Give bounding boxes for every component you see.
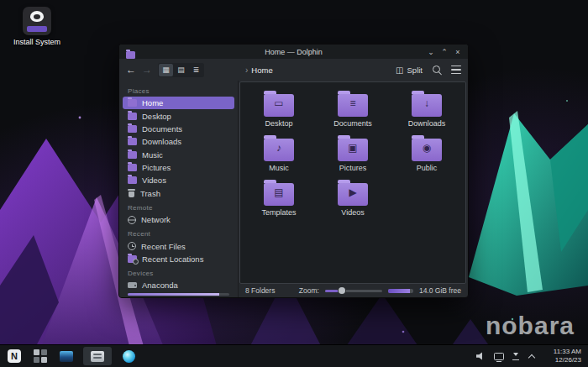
sidebar-item-recent-locations[interactable]: Recent Locations xyxy=(123,253,234,265)
trash-icon xyxy=(128,189,135,197)
browser-icon xyxy=(123,350,135,363)
compact-view-icon[interactable]: ▤ xyxy=(174,64,188,76)
app-launcher-button[interactable]: N xyxy=(5,347,24,365)
folder-icon: ▭ xyxy=(264,94,294,117)
folder-item-desktop[interactable]: ▭ Desktop xyxy=(242,90,316,128)
network-icon xyxy=(128,216,136,224)
system-tray xyxy=(476,352,535,361)
music-emblem-icon: ♪ xyxy=(264,143,294,153)
zoom-slider[interactable] xyxy=(325,290,382,292)
places-panel: Places Home Desktop Documents Downloads xyxy=(119,81,239,297)
sidebar-item-label: Documents xyxy=(142,124,182,134)
pager-widget[interactable] xyxy=(31,347,50,365)
taskbar: N 11:33 AM 12/26/23 xyxy=(0,344,588,367)
sidebar-item-label: Videos xyxy=(142,176,166,185)
sidebar-item-pictures[interactable]: Pictures xyxy=(123,161,234,174)
folder-label: Music xyxy=(242,164,316,172)
zoom-label: Zoom: xyxy=(299,286,319,295)
sidebar-item-desktop[interactable]: Desktop xyxy=(123,109,234,122)
folder-item-downloads[interactable]: ↓ Downloads xyxy=(390,90,464,128)
clock-icon xyxy=(128,242,136,250)
sidebar-item-label: Home xyxy=(142,98,163,107)
sidebar-item-label: Downloads xyxy=(142,137,181,146)
volume-icon[interactable] xyxy=(476,352,486,361)
view-mode-group: ▦ ▤ ≣ xyxy=(158,63,204,77)
updates-tray-icon[interactable] xyxy=(512,352,520,360)
icons-view-icon[interactable]: ▦ xyxy=(159,64,173,76)
hamburger-menu-icon[interactable] xyxy=(451,66,461,74)
back-icon[interactable]: ← xyxy=(126,65,136,75)
folder-view[interactable]: ▭ Desktop ≡ Documents ↓ Dow xyxy=(239,81,466,284)
downloads-emblem-icon: ↓ xyxy=(412,98,442,108)
installer-badge xyxy=(27,26,47,32)
zoom-slider-handle[interactable] xyxy=(339,287,345,294)
public-emblem-icon: ◉ xyxy=(412,143,442,153)
folder-clock-icon xyxy=(128,255,137,263)
search-icon[interactable] xyxy=(432,65,442,75)
sidebar-item-downloads[interactable]: Downloads xyxy=(123,135,234,148)
folder-icon: ◉ xyxy=(412,139,442,161)
toolbar-actions: ◫ Split xyxy=(396,65,463,75)
anaconda-logo-icon xyxy=(30,11,44,22)
section-header-recent: Recent xyxy=(119,226,238,239)
folder-icon xyxy=(128,99,137,107)
clock-date: 12/26/23 xyxy=(546,356,581,364)
sidebar-item-label: Network xyxy=(141,215,171,224)
folder-item-pictures[interactable]: ▣ Pictures xyxy=(316,134,390,172)
drive-icon xyxy=(128,282,137,288)
sidebar-item-root[interactable]: root xyxy=(123,297,234,298)
breadcrumb-chevron-icon: › xyxy=(245,66,248,75)
sidebar-item-trash[interactable]: Trash xyxy=(123,187,234,200)
section-header-devices: Devices xyxy=(119,265,238,279)
dolphin-task-button[interactable] xyxy=(83,347,112,365)
sidebar-item-recent-files[interactable]: Recent Files xyxy=(123,239,234,252)
sidebar-item-label: Recent Locations xyxy=(142,254,203,264)
sidebar-item-label: Recent Files xyxy=(141,242,186,251)
folder-item-public[interactable]: ◉ Public xyxy=(390,134,464,172)
sidebar-item-music[interactable]: Music xyxy=(123,149,234,161)
forward-icon[interactable]: → xyxy=(142,65,152,75)
titlebar[interactable]: Home — Dolphin ⌄ ⌃ × xyxy=(119,45,468,59)
details-view-icon[interactable]: ≣ xyxy=(189,64,203,76)
breadcrumb[interactable]: › Home xyxy=(239,66,396,75)
desktop-emblem-icon: ▭ xyxy=(264,98,294,108)
navigation-buttons: ← → ▦ ▤ ≣ xyxy=(126,63,239,77)
sidebar-item-documents[interactable]: Documents xyxy=(123,123,234,135)
folder-icon xyxy=(128,113,137,120)
network-tray-icon[interactable] xyxy=(494,353,504,360)
folder-label: Downloads xyxy=(390,119,464,128)
browser-task-button[interactable] xyxy=(119,347,138,365)
split-button[interactable]: ◫ Split xyxy=(396,66,423,75)
section-header-remote: Remote xyxy=(119,200,238,213)
folder-label: Public xyxy=(390,164,464,172)
tray-expander-icon[interactable] xyxy=(528,353,535,360)
folder-item-templates[interactable]: ▤ Templates xyxy=(242,179,316,217)
installer-icon xyxy=(23,7,51,35)
folder-item-videos[interactable]: ▶ Videos xyxy=(316,179,390,217)
window-title: Home — Dolphin xyxy=(119,48,468,56)
sidebar-item-videos[interactable]: Videos xyxy=(123,174,234,186)
main-column: ▭ Desktop ≡ Documents ↓ Dow xyxy=(239,81,468,297)
breadcrumb-home[interactable]: Home xyxy=(251,66,272,75)
free-space-text: 14.0 GiB free xyxy=(419,286,461,295)
minimize-icon[interactable]: ⌄ xyxy=(424,48,438,56)
folder-count: 8 Folders xyxy=(245,286,275,295)
pinned-app-button[interactable] xyxy=(57,347,76,365)
free-space-bar xyxy=(388,289,413,293)
folder-icon: ≡ xyxy=(338,94,368,117)
folder-item-music[interactable]: ♪ Music xyxy=(242,134,316,172)
split-label: Split xyxy=(407,66,423,75)
maximize-icon[interactable]: ⌃ xyxy=(438,48,451,56)
sidebar-item-home[interactable]: Home xyxy=(123,97,234,109)
folder-icon xyxy=(128,164,137,171)
close-icon[interactable]: × xyxy=(451,48,465,56)
dolphin-window: Home — Dolphin ⌄ ⌃ × ← → ▦ ▤ ≣ › Home xyxy=(118,44,469,298)
sidebar-item-network[interactable]: Network xyxy=(123,213,234,226)
window-body: Places Home Desktop Documents Downloads xyxy=(119,81,468,297)
clock-widget[interactable]: 11:33 AM 12/26/23 xyxy=(546,348,581,364)
desktop: nobara Install System Home — Dolphin ⌄ ⌃… xyxy=(0,0,588,367)
install-system-shortcut[interactable]: Install System xyxy=(10,7,64,46)
pager-icon xyxy=(34,349,47,363)
sidebar-item-anaconda[interactable]: Anaconda xyxy=(123,279,234,291)
folder-item-documents[interactable]: ≡ Documents xyxy=(316,90,390,128)
